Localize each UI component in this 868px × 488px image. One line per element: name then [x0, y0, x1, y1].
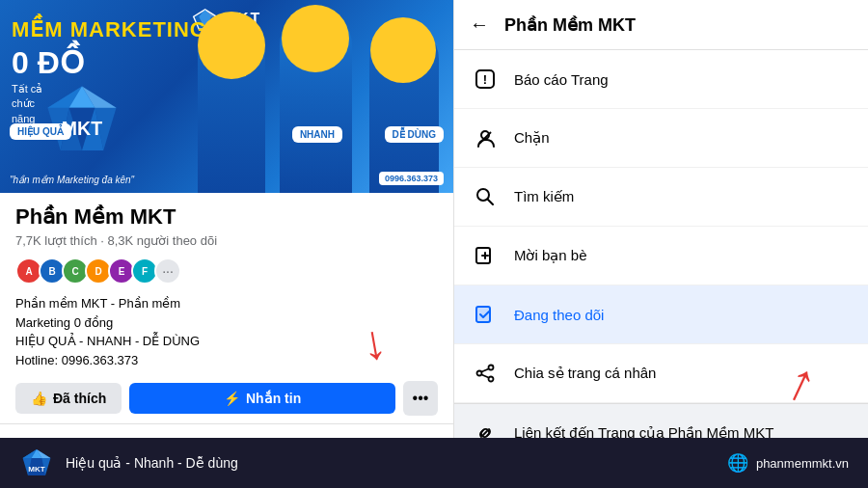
menu-item-tim-kiem[interactable]: Tìm kiếm — [454, 168, 868, 227]
svg-rect-20 — [476, 307, 490, 322]
mkt-logo-cover: MKT — [29, 77, 135, 164]
page-stats: 7,7K lượt thích · 8,3K người theo dõi — [15, 233, 438, 248]
menu-label-chan: Chặn — [514, 129, 550, 147]
menu-item-bao-cao[interactable]: ! Báo cáo Trang — [454, 50, 868, 109]
bottom-bar: MKT Hiệu quả - Nhanh - Dễ dùng 🌐 phanmem… — [0, 438, 868, 488]
website-label: phanmemmkt.vn — [756, 456, 849, 471]
badge-dedung: DỄ DÙNG — [385, 126, 444, 143]
cover-subtitle: 0 ĐỒ — [12, 44, 84, 81]
following-icon — [470, 299, 501, 330]
svg-point-22 — [477, 371, 482, 376]
action-buttons: 👍 Đã thích ⚡ Nhắn tin ••• — [15, 381, 438, 416]
badge-nhanh: NHANH — [292, 126, 342, 143]
followers-avatars: A B C D E F ··· — [15, 258, 438, 285]
svg-point-21 — [489, 366, 494, 370]
add-friend-icon — [470, 240, 501, 271]
bottom-slogan: Hiệu quả - Nhanh - Dễ dùng — [66, 455, 238, 471]
menu-label-moi-ban: Mời bạn bè — [514, 247, 587, 264]
menu-item-lien-ket[interactable]: Liên kết đến Trang của Phần Mềm MKT — [454, 403, 868, 438]
svg-point-23 — [489, 377, 494, 382]
right-panel-title: Phần Mềm MKT — [504, 14, 636, 36]
badge-hieuqua: HIỆU QUẢ — [10, 123, 71, 140]
menu-label-tim-kiem: Tìm kiếm — [514, 188, 574, 205]
cover-photo: MKT MỀM MARKETING 0 ĐỒ Tất cảchứcnăng — [0, 0, 453, 193]
page-name: Phần Mềm MKT — [15, 204, 438, 230]
message-button[interactable]: ⚡ Nhắn tin — [129, 383, 395, 414]
back-button[interactable]: ← — [470, 14, 489, 36]
block-icon — [470, 122, 501, 153]
menu-label-lien-ket: Liên kết đến Trang của Phần Mềm MKT — [514, 424, 773, 438]
liked-button[interactable]: 👍 Đã thích — [15, 383, 122, 414]
warning-icon: ! — [470, 64, 501, 95]
svg-text:MKT: MKT — [28, 465, 45, 474]
menu-item-dang-theo-doi[interactable]: Đang theo dõi — [454, 285, 868, 344]
avatar-more: ··· — [154, 258, 181, 285]
svg-line-24 — [482, 369, 489, 372]
messenger-icon: ⚡ — [224, 391, 240, 406]
menu-item-chan[interactable]: Chặn — [454, 109, 868, 168]
right-panel: ← Phần Mềm MKT ! Báo cáo Trang — [453, 0, 868, 438]
cover-marketing-text: MỀM MARKETING — [12, 17, 207, 42]
svg-text:!: ! — [483, 72, 487, 87]
menu-label-chia-se: Chia sẻ trang cá nhân — [514, 365, 656, 382]
menu-label-bao-cao: Báo cáo Trang — [514, 71, 609, 88]
menu-label-dang-theo-doi: Đang theo dõi — [514, 307, 604, 323]
bottom-right: 🌐 phanmemmkt.vn — [727, 452, 849, 474]
bottom-left: MKT Hiệu quả - Nhanh - Dễ dùng — [19, 447, 238, 478]
more-button[interactable]: ••• — [403, 381, 438, 416]
share-icon — [470, 358, 501, 389]
profile-section: Phần Mềm MKT 7,7K lượt thích · 8,3K ngườ… — [0, 193, 453, 424]
svg-line-16 — [488, 200, 494, 205]
thumbs-up-icon: 👍 — [31, 391, 47, 406]
menu-list: ! Báo cáo Trang Chặn — [454, 50, 868, 438]
menu-item-moi-ban[interactable]: Mời bạn bè — [454, 227, 868, 285]
bottom-mkt-logo-icon: MKT — [19, 447, 54, 478]
globe-icon: 🌐 — [727, 452, 748, 474]
left-panel: MKT MỀM MARKETING 0 ĐỒ Tất cảchứcnăng — [0, 0, 453, 438]
link-icon — [470, 418, 501, 438]
search-icon — [470, 181, 501, 212]
cover-tagline: "hần mềm Marketing đa kên" — [10, 175, 134, 185]
menu-item-chia-se[interactable]: Chia sẻ trang cá nhân — [454, 344, 868, 403]
right-panel-header: ← Phần Mềm MKT — [454, 0, 868, 50]
svg-line-25 — [482, 375, 489, 378]
hotline-badge: 0996.363.373 — [379, 172, 444, 185]
